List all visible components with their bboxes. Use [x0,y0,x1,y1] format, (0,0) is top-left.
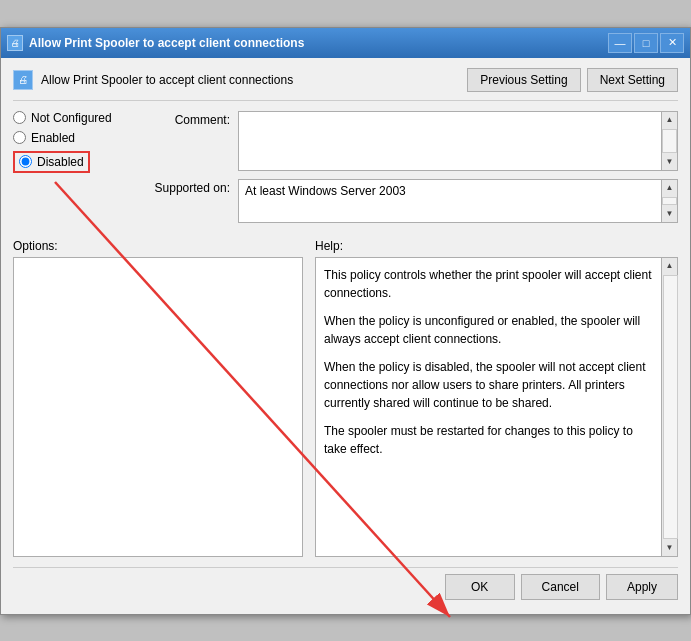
radio-not-configured-label: Not Configured [31,111,112,125]
title-bar: 🖨 Allow Print Spooler to accept client c… [1,28,690,58]
comment-scrollbar: ▲ ▼ [662,111,678,171]
right-panel: Comment: ▲ ▼ Supported on: [145,111,678,231]
supported-scrollbar: ▲ ▼ [662,179,678,223]
radio-disabled-box: Disabled [13,151,90,173]
comment-field-wrapper: ▲ ▼ [238,111,678,171]
comment-scroll-up[interactable]: ▲ [662,112,677,128]
comment-textarea[interactable] [238,111,662,171]
options-label: Options: [13,239,303,253]
comment-row: Comment: ▲ ▼ [145,111,678,171]
policy-icon: 🖨 [13,70,33,90]
main-window: 🖨 Allow Print Spooler to accept client c… [0,27,691,615]
left-panel: Not Configured Enabled Disabled [13,111,133,231]
help-para-4: The spooler must be restarted for change… [324,422,653,458]
header-row: 🖨 Allow Print Spooler to accept client c… [13,68,678,101]
title-bar-buttons: — □ ✕ [608,33,684,53]
supported-field-wrapper: At least Windows Server 2003 ▲ ▼ [238,179,678,223]
supported-label: Supported on: [145,179,230,195]
help-scroll-track [663,275,678,539]
radio-not-configured[interactable]: Not Configured [13,111,133,125]
ok-button[interactable]: OK [445,574,515,600]
radio-enabled[interactable]: Enabled [13,131,133,145]
main-area: Not Configured Enabled Disabled [13,111,678,231]
help-para-3: When the policy is disabled, the spooler… [324,358,653,412]
comment-label: Comment: [145,111,230,127]
apply-button[interactable]: Apply [606,574,678,600]
bottom-section: Options: Help: This policy controls whet… [13,239,678,557]
supported-scroll-track [662,197,677,205]
previous-setting-button[interactable]: Previous Setting [467,68,580,92]
cancel-button[interactable]: Cancel [521,574,600,600]
title-bar-text: Allow Print Spooler to accept client con… [29,36,608,50]
header-title: 🖨 Allow Print Spooler to accept client c… [13,70,293,90]
supported-value: At least Windows Server 2003 [239,180,661,202]
header-title-text: Allow Print Spooler to accept client con… [41,73,293,87]
next-setting-button[interactable]: Next Setting [587,68,678,92]
supported-row: Supported on: At least Windows Server 20… [145,179,678,223]
comment-scroll-track [662,129,677,153]
supported-box: At least Windows Server 2003 [238,179,662,223]
help-para-2: When the policy is unconfigured or enabl… [324,312,653,348]
footer-buttons: OK Cancel Apply [13,567,678,604]
radio-group: Not Configured Enabled Disabled [13,111,133,173]
help-scrollbar: ▲ ▼ [661,258,677,556]
window-icon: 🖨 [7,35,23,51]
options-panel: Options: [13,239,303,557]
close-button[interactable]: ✕ [660,33,684,53]
help-scroll-down[interactable]: ▼ [662,540,677,556]
help-scroll-up[interactable]: ▲ [662,258,677,274]
supported-scroll-down[interactable]: ▼ [662,206,677,222]
dialog-content: 🖨 Allow Print Spooler to accept client c… [1,58,690,614]
radio-enabled-input[interactable] [13,131,26,144]
radio-enabled-label: Enabled [31,131,75,145]
minimize-button[interactable]: — [608,33,632,53]
radio-disabled-input[interactable] [19,155,32,168]
help-box-wrapper: This policy controls whether the print s… [315,257,678,557]
radio-not-configured-input[interactable] [13,111,26,124]
help-label: Help: [315,239,678,253]
maximize-button[interactable]: □ [634,33,658,53]
help-para-1: This policy controls whether the print s… [324,266,653,302]
help-text-box: This policy controls whether the print s… [316,258,661,556]
help-panel: Help: This policy controls whether the p… [315,239,678,557]
comment-scroll-down[interactable]: ▼ [662,154,677,170]
nav-buttons: Previous Setting Next Setting [467,68,678,92]
options-box [13,257,303,557]
radio-disabled[interactable]: Disabled [13,151,133,173]
supported-scroll-up[interactable]: ▲ [662,180,677,196]
radio-disabled-label: Disabled [37,155,84,169]
